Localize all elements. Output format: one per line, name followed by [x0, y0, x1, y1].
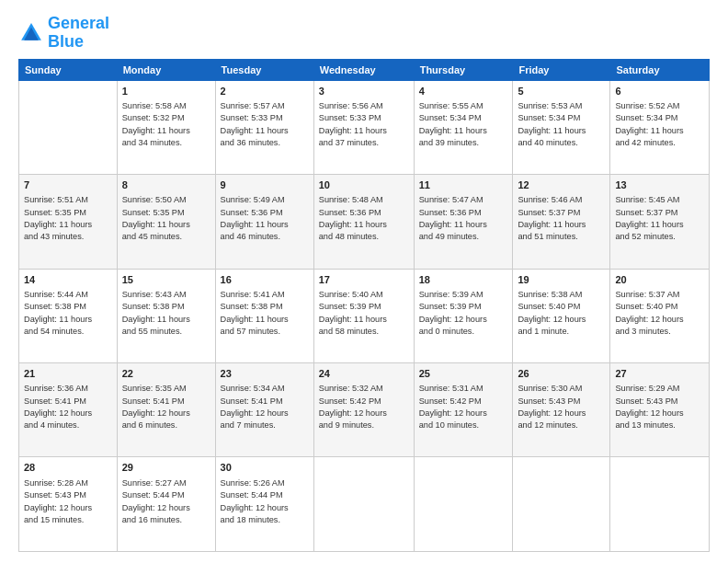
col-header-tuesday: Tuesday [215, 59, 313, 80]
calendar-cell: 21Sunrise: 5:36 AM Sunset: 5:41 PM Dayli… [19, 363, 118, 457]
day-number: 15 [122, 273, 210, 287]
day-info: Sunrise: 5:34 AM Sunset: 5:41 PM Dayligh… [221, 383, 309, 431]
day-number: 7 [24, 178, 112, 192]
day-number: 6 [615, 85, 704, 98]
logo-icon [18, 20, 44, 46]
calendar-cell: 24Sunrise: 5:32 AM Sunset: 5:42 PM Dayli… [313, 363, 414, 457]
day-info: Sunrise: 5:58 AM Sunset: 5:32 PM Dayligh… [122, 100, 210, 149]
calendar-table: SundayMondayTuesdayWednesdayThursdayFrid… [18, 59, 710, 552]
day-info: Sunrise: 5:35 AM Sunset: 5:41 PM Dayligh… [122, 383, 210, 431]
day-number: 8 [122, 178, 210, 192]
calendar-cell: 7Sunrise: 5:51 AM Sunset: 5:35 PM Daylig… [19, 175, 118, 269]
day-info: Sunrise: 5:38 AM Sunset: 5:40 PM Dayligh… [518, 289, 605, 338]
calendar-cell: 4Sunrise: 5:55 AM Sunset: 5:34 PM Daylig… [414, 80, 513, 174]
day-number: 3 [319, 85, 409, 98]
day-info: Sunrise: 5:43 AM Sunset: 5:38 PM Dayligh… [122, 289, 210, 338]
header: General Blue [18, 15, 710, 52]
page: General Blue SundayMondayTuesdayWednesda… [0, 0, 728, 563]
calendar-cell: 14Sunrise: 5:44 AM Sunset: 5:38 PM Dayli… [19, 269, 118, 362]
col-header-friday: Friday [513, 59, 610, 80]
calendar-cell: 30Sunrise: 5:26 AM Sunset: 5:44 PM Dayli… [215, 457, 313, 552]
day-info: Sunrise: 5:44 AM Sunset: 5:38 PM Dayligh… [24, 289, 112, 338]
calendar-cell: 8Sunrise: 5:50 AM Sunset: 5:35 PM Daylig… [117, 175, 215, 269]
calendar-cell [414, 457, 513, 552]
calendar-cell: 5Sunrise: 5:53 AM Sunset: 5:34 PM Daylig… [513, 80, 610, 174]
calendar-cell: 26Sunrise: 5:30 AM Sunset: 5:43 PM Dayli… [513, 363, 610, 457]
calendar-cell [313, 457, 414, 552]
day-info: Sunrise: 5:36 AM Sunset: 5:41 PM Dayligh… [24, 383, 112, 431]
day-number: 22 [122, 367, 210, 381]
calendar-cell: 27Sunrise: 5:29 AM Sunset: 5:43 PM Dayli… [610, 363, 710, 457]
day-info: Sunrise: 5:40 AM Sunset: 5:39 PM Dayligh… [319, 289, 409, 338]
day-number: 10 [319, 178, 409, 192]
calendar-cell: 17Sunrise: 5:40 AM Sunset: 5:39 PM Dayli… [313, 269, 414, 362]
calendar-cell: 18Sunrise: 5:39 AM Sunset: 5:39 PM Dayli… [414, 269, 513, 362]
day-number: 9 [221, 178, 309, 192]
calendar-cell: 20Sunrise: 5:37 AM Sunset: 5:40 PM Dayli… [610, 269, 710, 362]
day-number: 19 [518, 273, 605, 287]
calendar-cell [513, 457, 610, 552]
day-number: 21 [24, 367, 112, 381]
day-number: 28 [24, 461, 112, 475]
day-number: 12 [518, 178, 605, 192]
col-header-wednesday: Wednesday [313, 59, 414, 80]
day-info: Sunrise: 5:26 AM Sunset: 5:44 PM Dayligh… [221, 477, 309, 526]
calendar-cell: 1Sunrise: 5:58 AM Sunset: 5:32 PM Daylig… [117, 80, 215, 174]
day-info: Sunrise: 5:50 AM Sunset: 5:35 PM Dayligh… [122, 194, 210, 243]
calendar-cell: 13Sunrise: 5:45 AM Sunset: 5:37 PM Dayli… [610, 175, 710, 269]
calendar-cell [19, 80, 118, 174]
day-info: Sunrise: 5:51 AM Sunset: 5:35 PM Dayligh… [24, 194, 112, 243]
day-number: 5 [518, 85, 605, 98]
day-info: Sunrise: 5:53 AM Sunset: 5:34 PM Dayligh… [518, 100, 605, 149]
calendar-week-1: 1Sunrise: 5:58 AM Sunset: 5:32 PM Daylig… [19, 80, 710, 174]
col-header-saturday: Saturday [610, 59, 710, 80]
calendar-cell: 2Sunrise: 5:57 AM Sunset: 5:33 PM Daylig… [215, 80, 313, 174]
calendar-week-2: 7Sunrise: 5:51 AM Sunset: 5:35 PM Daylig… [19, 175, 710, 269]
day-info: Sunrise: 5:31 AM Sunset: 5:42 PM Dayligh… [419, 383, 508, 431]
day-info: Sunrise: 5:52 AM Sunset: 5:34 PM Dayligh… [615, 100, 704, 149]
calendar-cell: 25Sunrise: 5:31 AM Sunset: 5:42 PM Dayli… [414, 363, 513, 457]
calendar-cell: 11Sunrise: 5:47 AM Sunset: 5:36 PM Dayli… [414, 175, 513, 269]
col-header-sunday: Sunday [19, 59, 118, 80]
calendar-cell: 9Sunrise: 5:49 AM Sunset: 5:36 PM Daylig… [215, 175, 313, 269]
day-number: 24 [319, 367, 409, 381]
day-number: 30 [221, 461, 309, 475]
day-number: 26 [518, 367, 605, 381]
day-number: 4 [419, 85, 508, 98]
day-info: Sunrise: 5:48 AM Sunset: 5:36 PM Dayligh… [319, 194, 409, 243]
day-number: 27 [615, 367, 704, 381]
calendar-header-row: SundayMondayTuesdayWednesdayThursdayFrid… [19, 59, 710, 80]
day-number: 25 [419, 367, 508, 381]
day-number: 14 [24, 273, 112, 287]
day-info: Sunrise: 5:56 AM Sunset: 5:33 PM Dayligh… [319, 100, 409, 149]
calendar-cell [610, 457, 710, 552]
day-info: Sunrise: 5:46 AM Sunset: 5:37 PM Dayligh… [518, 194, 605, 243]
col-header-thursday: Thursday [414, 59, 513, 80]
day-info: Sunrise: 5:47 AM Sunset: 5:36 PM Dayligh… [419, 194, 508, 243]
col-header-monday: Monday [117, 59, 215, 80]
calendar-cell: 29Sunrise: 5:27 AM Sunset: 5:44 PM Dayli… [117, 457, 215, 552]
day-info: Sunrise: 5:27 AM Sunset: 5:44 PM Dayligh… [122, 477, 210, 526]
day-number: 17 [319, 273, 409, 287]
calendar-cell: 6Sunrise: 5:52 AM Sunset: 5:34 PM Daylig… [610, 80, 710, 174]
day-number: 16 [221, 273, 309, 287]
calendar-cell: 16Sunrise: 5:41 AM Sunset: 5:38 PM Dayli… [215, 269, 313, 362]
day-number: 13 [615, 178, 704, 192]
calendar-cell: 12Sunrise: 5:46 AM Sunset: 5:37 PM Dayli… [513, 175, 610, 269]
day-number: 20 [615, 273, 704, 287]
day-number: 18 [419, 273, 508, 287]
calendar-cell: 3Sunrise: 5:56 AM Sunset: 5:33 PM Daylig… [313, 80, 414, 174]
day-info: Sunrise: 5:29 AM Sunset: 5:43 PM Dayligh… [615, 383, 704, 431]
day-info: Sunrise: 5:30 AM Sunset: 5:43 PM Dayligh… [518, 383, 605, 431]
day-number: 29 [122, 461, 210, 475]
calendar-cell: 10Sunrise: 5:48 AM Sunset: 5:36 PM Dayli… [313, 175, 414, 269]
logo: General Blue [18, 15, 109, 52]
calendar-cell: 22Sunrise: 5:35 AM Sunset: 5:41 PM Dayli… [117, 363, 215, 457]
day-number: 2 [221, 85, 309, 98]
day-info: Sunrise: 5:28 AM Sunset: 5:43 PM Dayligh… [24, 477, 112, 526]
day-number: 1 [122, 85, 210, 98]
day-info: Sunrise: 5:45 AM Sunset: 5:37 PM Dayligh… [615, 194, 704, 243]
calendar-cell: 28Sunrise: 5:28 AM Sunset: 5:43 PM Dayli… [19, 457, 118, 552]
calendar-week-5: 28Sunrise: 5:28 AM Sunset: 5:43 PM Dayli… [19, 457, 710, 552]
day-info: Sunrise: 5:32 AM Sunset: 5:42 PM Dayligh… [319, 383, 409, 431]
